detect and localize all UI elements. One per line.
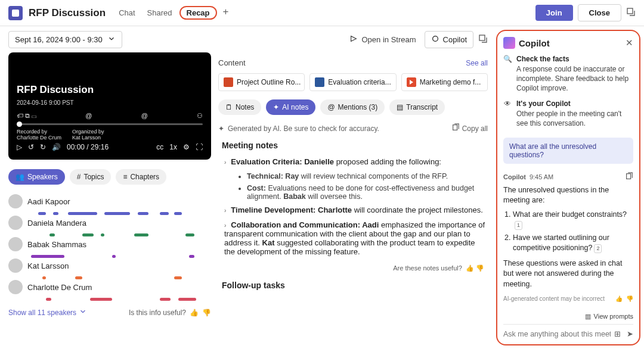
yours-body: Other people in the meeting can't see th… — [516, 109, 633, 128]
skip-fwd-icon[interactable]: ↻ — [40, 143, 46, 151]
speaker-row[interactable]: Charlotte De Crum — [8, 280, 211, 294]
skip-back-icon[interactable]: ↺ — [28, 143, 34, 151]
tab-chat[interactable]: Chat — [114, 6, 140, 20]
speaker-name: Kat Larsson — [27, 261, 69, 270]
popout-icon[interactable] — [626, 7, 636, 18]
user-prompt-chip[interactable]: What are all the unresolved questions? — [503, 138, 633, 164]
tab-mentions[interactable]: @Mentions (3) — [320, 99, 385, 115]
show-all-speakers[interactable]: Show all 11 speakers — [8, 309, 76, 317]
copilot-title: Copilot — [519, 38, 550, 48]
copy-all-button[interactable]: Copy all — [451, 123, 488, 133]
play-icon[interactable]: ▷ — [17, 143, 22, 151]
copilot-logo-icon — [503, 37, 515, 49]
thumbs-up-icon[interactable]: 👍 — [466, 264, 474, 272]
ref-badge[interactable]: 2 — [594, 244, 602, 253]
note-item: ›Evaluation Criteria: Danielle proposed … — [222, 157, 485, 166]
ref-badge[interactable]: 1 — [515, 221, 522, 230]
avatar — [8, 216, 23, 230]
copy-icon — [451, 123, 460, 133]
speaker-timeline[interactable] — [27, 233, 211, 237]
tab-notes[interactable]: 🗒Notes — [218, 99, 261, 115]
send-icon[interactable]: ➤ — [627, 329, 633, 338]
facts-body: A response could be inaccurate or incomp… — [516, 64, 633, 94]
speed-label[interactable]: 1x — [169, 143, 177, 151]
view-topics[interactable]: #Topics — [70, 169, 112, 185]
thumbs-up-icon[interactable]: 👍 — [190, 309, 199, 317]
header-tabs: Chat Shared Recap + — [114, 6, 228, 20]
thumbs-down-icon[interactable]: 👎 — [476, 264, 484, 272]
thumbs-down-icon[interactable]: 👎 — [202, 309, 211, 317]
speaker-timeline[interactable] — [27, 255, 211, 258]
tab-recap[interactable]: Recap — [179, 6, 217, 20]
attachment-card[interactable]: Evaluation criteria... — [309, 73, 396, 91]
avatar — [8, 258, 23, 273]
facts-title: Check the facts — [516, 55, 633, 63]
speaker-name: Charlotte De Crum — [27, 283, 92, 292]
attachment-card[interactable]: Marketing demo f... — [401, 73, 488, 91]
copilot-panel: Copilot ✕ 🔍 Check the facts A response c… — [496, 30, 640, 345]
copilot-input[interactable] — [503, 330, 611, 338]
chevron-right-icon[interactable]: › — [224, 159, 226, 166]
fullscreen-icon[interactable]: ⛶ — [196, 143, 203, 151]
copilot-icon — [431, 35, 439, 45]
thumbs-down-icon[interactable]: 👎 — [626, 295, 633, 302]
grid-icon[interactable]: ⊞ — [614, 329, 621, 338]
note-item: ›Collaboration and Communication: Aadi e… — [222, 220, 485, 256]
tab-shared[interactable]: Shared — [143, 6, 177, 20]
volume-icon[interactable]: 🔊 — [52, 143, 61, 151]
speaker-timeline[interactable] — [27, 276, 211, 280]
speaker-timeline[interactable] — [27, 212, 211, 216]
copilot-toggle[interactable]: Copilot — [425, 31, 473, 48]
date-picker[interactable]: Sept 16, 2024 9:00 - 9:30 — [8, 31, 122, 48]
notes-icon: 🗒 — [225, 103, 233, 111]
speakers-list: Aadi Kapoor Daniela Mandera Babak Shamma… — [8, 194, 211, 301]
open-in-stream-link[interactable]: Open in Stream — [349, 35, 416, 45]
close-button[interactable]: Close — [578, 4, 621, 21]
ai-banner-text: Generated by AI. Be sure to check for ac… — [228, 124, 379, 133]
tab-transcript[interactable]: ▤Transcript — [389, 99, 445, 115]
speaker-timeline[interactable] — [27, 298, 211, 301]
tab-ai-notes[interactable]: ✦AI notes — [266, 99, 315, 115]
settings-icon[interactable]: ⚙ — [183, 143, 190, 151]
thumbs-up-icon[interactable]: 👍 — [615, 295, 623, 302]
see-all-link[interactable]: See all — [466, 59, 488, 67]
video-progress-bar[interactable] — [17, 123, 203, 125]
at-icon: @ — [327, 103, 335, 111]
speaker-row[interactable]: Daniela Mandera — [8, 216, 211, 230]
stream-icon — [407, 77, 416, 87]
speaker-row[interactable]: Kat Larsson — [8, 258, 211, 273]
avatar — [8, 237, 23, 251]
video-overlay-icons: 🏷 ⧉ ▭@@⚇ — [17, 112, 203, 120]
ai-disclaimer: AI-generated content may be incorrect — [503, 295, 605, 302]
chevron-right-icon[interactable]: › — [224, 222, 226, 229]
speaker-row[interactable]: Babak Shammas — [8, 237, 211, 251]
video-player[interactable]: RFP Discussion 2024-09-16 9:00 PST 🏷 ⧉ ▭… — [8, 52, 211, 160]
cc-icon[interactable]: cc — [156, 143, 163, 151]
popout-icon[interactable] — [478, 34, 488, 45]
view-speakers[interactable]: 👥Speakers — [8, 169, 65, 185]
close-icon[interactable]: ✕ — [626, 38, 633, 48]
ppt-icon — [224, 77, 233, 87]
recorded-by: Charlotte De Crum — [17, 135, 61, 141]
attachment-label: Evaluation criteria... — [328, 78, 391, 86]
attachment-card[interactable]: Project Outline Ro... — [218, 73, 305, 91]
speaker-name: Aadi Kapoor — [27, 197, 70, 206]
join-button[interactable]: Join — [535, 5, 573, 21]
copy-icon[interactable] — [625, 172, 633, 182]
hash-icon: # — [77, 173, 81, 181]
sub-header: Sept 16, 2024 9:00 - 9:30 Open in Stream… — [0, 26, 496, 52]
video-time: 00:00 / 29:16 — [67, 143, 109, 151]
word-icon — [315, 77, 324, 87]
prompts-icon: ▥ — [585, 313, 591, 320]
list-icon: ≡ — [123, 173, 127, 181]
add-tab-button[interactable]: + — [223, 6, 229, 20]
speaker-row[interactable]: Aadi Kapoor — [8, 194, 211, 208]
video-datetime: 2024-09-16 9:00 PST — [17, 99, 203, 106]
search-icon: 🔍 — [503, 55, 512, 94]
transcript-icon: ▤ — [397, 103, 403, 111]
speaker-name: Babak Shammas — [27, 240, 86, 249]
chevron-right-icon[interactable]: › — [224, 207, 226, 214]
view-chapters[interactable]: ≡Chapters — [116, 169, 166, 185]
view-prompts-button[interactable]: ▥ View prompts — [503, 309, 633, 324]
speaker-name: Daniela Mandera — [27, 219, 86, 228]
